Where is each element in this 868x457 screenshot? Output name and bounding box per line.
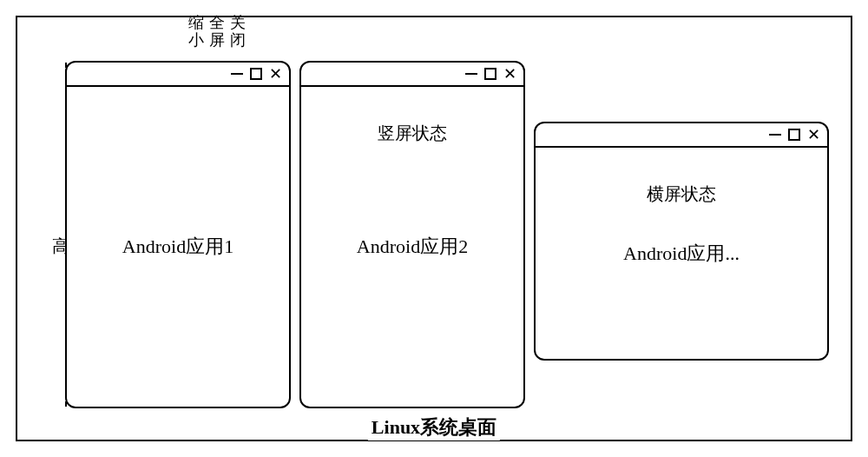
- minimize-char: 缩: [188, 15, 204, 32]
- app-window-3: ✕ 横屏状态 Android应用...: [534, 122, 829, 361]
- close-icon[interactable]: ✕: [807, 127, 820, 142]
- desktop-label: Linux系统桌面: [368, 414, 500, 440]
- titlebar-1: ✕: [67, 63, 289, 87]
- app-body-2: 竖屏状态 Android应用2: [301, 87, 523, 407]
- fullscreen-char2: 屏: [209, 32, 225, 50]
- app-name-3: Android应用...: [623, 241, 740, 267]
- minimize-icon[interactable]: [465, 73, 477, 75]
- titlebar-button-labels: 缩 小 全 屏 关 闭: [187, 15, 247, 50]
- app-window-2: ✕ 竖屏状态 Android应用2: [299, 61, 525, 408]
- close-icon[interactable]: ✕: [503, 66, 516, 82]
- maximize-icon[interactable]: [250, 68, 262, 80]
- titlebar-3: ✕: [536, 123, 827, 148]
- desktop-frame: 缩 小 全 屏 关 闭 高 ✕ Android应用1 ✕ 竖屏状: [16, 16, 852, 441]
- minimize-icon[interactable]: [231, 73, 243, 75]
- fullscreen-label: 全 屏: [207, 15, 227, 50]
- app-body-1: Android应用1: [67, 87, 289, 407]
- app-window-1: ✕ Android应用1: [65, 61, 291, 408]
- minimize-char2: 小: [188, 32, 204, 50]
- fullscreen-char1: 全: [209, 15, 225, 32]
- app-name-2: Android应用2: [357, 234, 468, 260]
- close-char2: 闭: [230, 32, 246, 50]
- app-name-1: Android应用1: [122, 234, 233, 260]
- minimize-label: 缩 小: [187, 15, 206, 50]
- orientation-label-3: 横屏状态: [647, 182, 716, 206]
- maximize-icon[interactable]: [484, 68, 496, 80]
- close-char1: 关: [230, 15, 246, 32]
- app-body-3: 横屏状态 Android应用...: [536, 148, 827, 359]
- orientation-label-2: 竖屏状态: [378, 122, 447, 145]
- minimize-icon[interactable]: [769, 134, 781, 136]
- titlebar-2: ✕: [301, 63, 523, 87]
- close-label: 关 闭: [228, 15, 247, 50]
- maximize-icon[interactable]: [788, 129, 800, 141]
- close-icon[interactable]: ✕: [269, 66, 282, 82]
